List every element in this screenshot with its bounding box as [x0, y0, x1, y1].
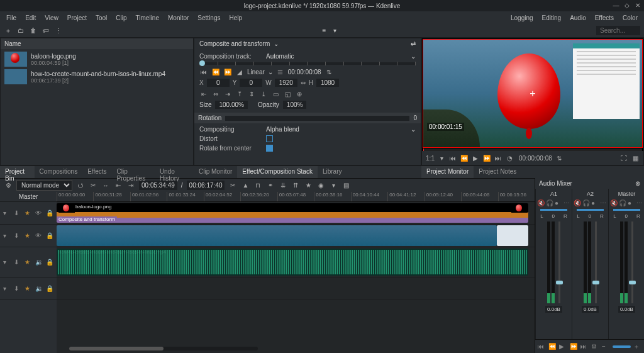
- x-input[interactable]: [207, 79, 230, 87]
- interp-chevron-icon[interactable]: ⌄: [268, 69, 273, 76]
- keyframe-slider[interactable]: [199, 62, 416, 65]
- mute-icon[interactable]: 🔇: [574, 199, 580, 206]
- clip-v1[interactable]: baloon-logo.png Composite and transform: [57, 203, 528, 223]
- center-icon[interactable]: ⊕: [295, 89, 304, 98]
- select-tool-icon[interactable]: ⭯: [76, 181, 85, 190]
- fx-icon[interactable]: ⋯: [600, 199, 607, 206]
- chevron-down-icon[interactable]: ▾: [331, 26, 340, 35]
- w-input[interactable]: [275, 79, 297, 87]
- mb-prev-icon[interactable]: ⏪: [548, 343, 557, 350]
- fit-icon[interactable]: ▭: [271, 89, 280, 98]
- align-b-icon[interactable]: ⤓: [259, 89, 268, 98]
- fx-icon[interactable]: ⋯: [636, 199, 643, 206]
- tl-settings-icon[interactable]: ⚙: [4, 181, 13, 190]
- track-a1[interactable]: how-to-create-mount-and-burn-isos-in-lin…: [57, 247, 535, 277]
- track-v2-head[interactable]: ▾⬇★👁🔒: [0, 202, 57, 225]
- menu-tool[interactable]: Tool: [92, 13, 111, 23]
- chevron-down-icon[interactable]: ▾: [329, 181, 338, 190]
- menu-monitor[interactable]: Monitor: [164, 13, 192, 23]
- tag-icon[interactable]: 🏷: [42, 26, 50, 35]
- db-value[interactable]: 0.0dB: [618, 306, 635, 313]
- fader[interactable]: [595, 221, 597, 303]
- mark-out-icon[interactable]: ⇥: [126, 181, 135, 190]
- timeline-ruler[interactable]: 00:00:00:0000:00:31:2800:01:02:5600:01:3…: [57, 192, 535, 202]
- tab-effects[interactable]: Effects: [82, 166, 111, 178]
- track-a2-head[interactable]: ▾⬇★🔉🔒: [0, 277, 57, 300]
- interp-icon[interactable]: ◢: [235, 67, 244, 76]
- favorite-icon[interactable]: ★: [304, 181, 313, 190]
- insert-icon[interactable]: ⇈: [291, 181, 300, 190]
- next-keyframe-icon[interactable]: ⏩: [223, 67, 232, 76]
- db-value[interactable]: 0.0dB: [545, 306, 562, 313]
- rec-icon[interactable]: ●: [591, 199, 598, 206]
- menu-project[interactable]: Project: [64, 13, 91, 23]
- spacer-tool-icon[interactable]: ↔: [101, 181, 110, 190]
- track-a1-head[interactable]: ▾⬇★🔉🔒: [0, 247, 57, 277]
- tab-clip-monitor[interactable]: Clip Monitor: [194, 166, 237, 178]
- menu-settings[interactable]: Settings: [194, 13, 224, 23]
- view-icon[interactable]: ▤: [341, 181, 350, 190]
- play-icon[interactable]: ▶: [471, 155, 480, 162]
- go-start-icon[interactable]: ⏮: [448, 155, 457, 162]
- transition-label[interactable]: Composite and transform: [57, 216, 117, 222]
- align-hc-icon[interactable]: ⇔: [211, 89, 220, 98]
- prev-keyframe-icon[interactable]: ⏪: [211, 67, 220, 76]
- tc-stepper-icon[interactable]: ⇅: [325, 67, 333, 76]
- preview-scrubber[interactable]: [423, 148, 642, 151]
- bin-clip[interactable]: baloon-logo.png00:00:04:59 [1]: [3, 50, 191, 68]
- distort-checkbox[interactable]: [266, 135, 273, 142]
- snap-icon[interactable]: ⊓: [253, 181, 262, 190]
- mb-end-icon[interactable]: ⏭: [580, 343, 589, 350]
- orig-size-icon[interactable]: ◱: [283, 89, 292, 98]
- bin-clip[interactable]: how-to-create-mount-and-burn-isos-in-lin…: [3, 68, 191, 86]
- options-icon[interactable]: ⋮: [54, 26, 63, 35]
- bin-column-header[interactable]: Name: [1, 38, 193, 49]
- tab-clip-properties[interactable]: Clip Properties: [112, 166, 155, 178]
- rec-icon[interactable]: ●: [628, 199, 635, 206]
- pan-slider[interactable]: [613, 209, 640, 211]
- tl-tc2[interactable]: 00:06:17:40: [187, 181, 225, 190]
- pan-slider[interactable]: [577, 209, 603, 211]
- rotate-center-checkbox[interactable]: [266, 145, 273, 152]
- h-input[interactable]: [316, 79, 339, 87]
- track-a2[interactable]: [57, 277, 535, 300]
- rewind-icon[interactable]: ⏪: [460, 155, 469, 162]
- effect-collapse-icon[interactable]: ⌄: [274, 40, 279, 47]
- size-value[interactable]: 100.00%: [215, 101, 247, 109]
- ratio-chevron-icon[interactable]: ▾: [437, 155, 446, 162]
- tab-project-notes[interactable]: Project Notes: [474, 166, 521, 178]
- list-view-icon[interactable]: ≡: [320, 26, 329, 35]
- mb-play-icon[interactable]: ▶: [559, 343, 567, 350]
- track-v1-head[interactable]: ▾⬇★👁🔒: [0, 225, 57, 247]
- tab-compositions[interactable]: Compositions: [35, 166, 83, 178]
- track-v1[interactable]: [57, 225, 535, 247]
- solo-icon[interactable]: 🎧: [619, 199, 626, 206]
- tab-undo-history[interactable]: Undo History: [155, 166, 194, 178]
- link-icon[interactable]: ⇔: [301, 79, 306, 86]
- folder-icon[interactable]: 🗀: [16, 26, 25, 35]
- rotation-slider[interactable]: [225, 116, 409, 121]
- transport-timecode[interactable]: 00:00:00:08: [288, 69, 321, 76]
- fwd-icon[interactable]: ⏩: [482, 155, 491, 162]
- solo-icon[interactable]: 🎧: [582, 199, 589, 206]
- mark-in-icon[interactable]: ⇤: [114, 181, 123, 190]
- close-button[interactable]: ✕: [633, 1, 641, 9]
- align-l-icon[interactable]: ⇤: [199, 89, 208, 98]
- effect-menu-icon[interactable]: ⇄: [411, 40, 416, 47]
- interp-label[interactable]: Linear: [247, 69, 265, 76]
- tab-project-bin[interactable]: Project Bin: [0, 166, 35, 178]
- compositing-value[interactable]: Alpha blend: [266, 126, 299, 133]
- preview-tc-stepper-icon[interactable]: ⇅: [555, 155, 564, 162]
- goto-start-icon[interactable]: ⏮: [199, 67, 208, 76]
- menu-file[interactable]: File: [3, 13, 20, 23]
- clip-a1[interactable]: how-to-create-mount-and-burn-isos-in-lin…: [57, 249, 528, 276]
- tab-project-monitor[interactable]: Project Monitor: [421, 166, 474, 178]
- timeline-hscroll[interactable]: [69, 347, 258, 350]
- menu-icon[interactable]: ☰: [276, 67, 285, 76]
- preview-viewport[interactable]: + 00:00:01:15: [423, 39, 643, 148]
- comp-track-chevron-icon[interactable]: ⌄: [411, 53, 416, 60]
- layout-effects[interactable]: Effects: [591, 13, 618, 23]
- ratio-label[interactable]: 1:1: [426, 155, 435, 162]
- marker-icon[interactable]: ▲: [241, 181, 250, 190]
- compositing-chevron-icon[interactable]: ⌄: [411, 126, 416, 133]
